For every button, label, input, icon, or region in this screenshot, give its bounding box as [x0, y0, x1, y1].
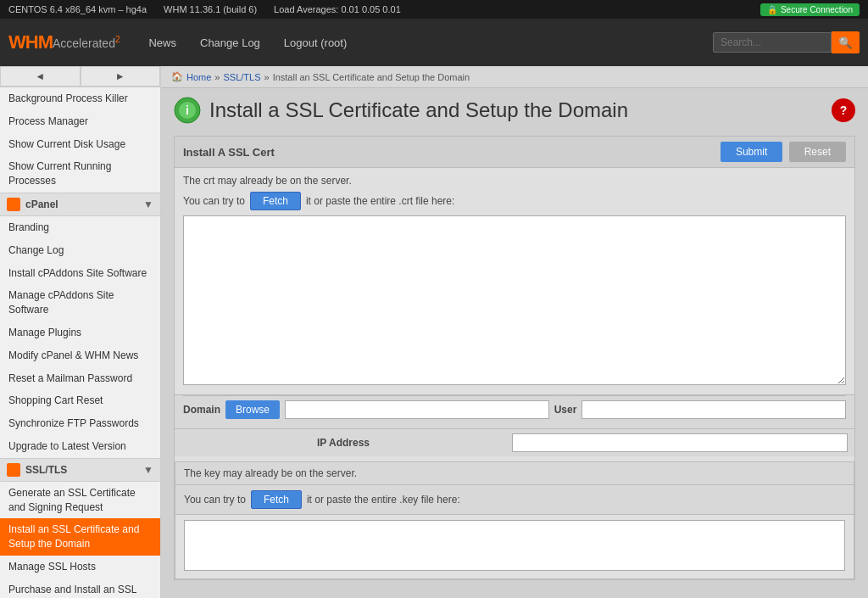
nav-logout[interactable]: Logout (root) [272, 31, 359, 54]
breadcrumb-home-link[interactable]: Home [186, 72, 211, 82]
cpanel-section-label: cPanel [25, 198, 58, 210]
ssl-icon [7, 463, 20, 477]
domain-label: Domain [183, 404, 220, 416]
svg-text:i: i [186, 103, 189, 117]
domain-row: Domain Browse User [183, 395, 846, 423]
breadcrumb-sep1: » [214, 72, 220, 82]
crt-fetch-row: You can try to Fetch it or paste the ent… [183, 192, 846, 210]
sidebar-back-btn[interactable]: ◄ [0, 66, 81, 87]
page-title-row: i Install a SSL Certificate and Setup th… [174, 97, 855, 124]
logo-sup: 2 [115, 35, 120, 44]
sidebar-item-manage-ssl[interactable]: Manage SSL Hosts [0, 556, 160, 578]
main-layout: ◄ ► Background Process Killer Process Ma… [0, 66, 868, 598]
sidebar-item-shopping-cart[interactable]: Shopping Cart Reset [0, 389, 160, 412]
nav-news[interactable]: News [136, 31, 188, 54]
ip-input[interactable] [512, 433, 848, 452]
form-body: The crt may already be on the server. Yo… [175, 168, 854, 394]
key-hint-row1: The key may already be on the server. [175, 462, 854, 485]
key-fetch-row: You can try to Fetch it or paste the ent… [175, 485, 854, 515]
user-input[interactable] [581, 400, 846, 419]
submit-button[interactable]: Submit [721, 142, 782, 162]
crt-hint-row: The crt may already be on the server. [183, 175, 846, 187]
domain-input[interactable] [285, 400, 549, 419]
nav-changelog[interactable]: Change Log [188, 31, 272, 54]
sidebar-item-purchase-ssl[interactable]: Purchase and Install an SSL Certificate [0, 578, 160, 598]
sidebar-item-generate-ssl[interactable]: Generate an SSL Certificate and Signing … [0, 482, 160, 519]
ssl-page-icon: i [174, 97, 201, 124]
search-area: 🔍 [713, 31, 860, 53]
ssl-chevron: ▼ [143, 464, 153, 476]
sidebar-item-branding[interactable]: Branding [0, 216, 160, 239]
logo-whm: WHM [8, 31, 53, 53]
crt-form-section: Install A SSL Cert Submit Reset The crt … [174, 136, 855, 580]
key-textarea[interactable] [184, 520, 845, 571]
sidebar-item-disk-usage[interactable]: Show Current Disk Usage [0, 133, 160, 156]
key-section: The key may already be on the server. Yo… [175, 461, 854, 579]
breadcrumb-home-icon: 🏠 [171, 71, 183, 82]
crt-fetch-button[interactable]: Fetch [250, 192, 301, 210]
breadcrumb-ssl-link[interactable]: SSL/TLS [223, 72, 260, 82]
cpanel-chevron: ▼ [143, 198, 153, 210]
sidebar-item-upgrade[interactable]: Upgrade to Latest Version [0, 435, 160, 458]
sidebar-item-manage-plugins[interactable]: Manage Plugins [0, 321, 160, 344]
form-header-title: Install A SSL Cert [183, 146, 275, 159]
cpanel-icon [7, 198, 20, 211]
search-button[interactable]: 🔍 [832, 31, 860, 53]
sidebar-item-sync-ftp[interactable]: Synchronize FTP Passwords [0, 412, 160, 435]
page-content: i Install a SSL Certificate and Setup th… [161, 88, 868, 594]
lock-icon: 🔒 [767, 5, 777, 14]
help-icon[interactable]: ? [832, 98, 855, 122]
sidebar-fwd-btn[interactable]: ► [81, 66, 161, 87]
load-info: Load Averages: 0.01 0.05 0.01 [274, 4, 401, 14]
key-hint2: You can try to [184, 494, 246, 506]
crt-hint2: You can try to [183, 195, 245, 207]
form-header: Install A SSL Cert Submit Reset [175, 137, 854, 168]
reset-button[interactable]: Reset [789, 142, 846, 162]
nav-bar: WHM Accelerated2 News Change Log Logout … [0, 19, 868, 66]
sidebar-item-manage-cpaddons[interactable]: Manage cPAddons Site Software [0, 284, 160, 321]
crt-textarea[interactable] [183, 215, 846, 385]
key-fetch-button[interactable]: Fetch [251, 490, 302, 509]
content-area: 🏠 Home » SSL/TLS » Install an SSL Certif… [161, 66, 868, 598]
browse-button[interactable]: Browse [225, 400, 280, 419]
sidebar-item-reset-mailman[interactable]: Reset a Mailman Password [0, 367, 160, 390]
svg-text:?: ? [840, 103, 848, 117]
search-input[interactable] [713, 32, 832, 53]
top-bar: CENTOS 6.4 x86_64 kvm – hg4a WHM 11.36.1… [0, 0, 868, 19]
page-title: Install a SSL Certificate and Setup the … [209, 98, 628, 122]
user-label: User [554, 404, 577, 416]
logo: WHM Accelerated2 [8, 31, 120, 53]
secure-badge: 🔒 Secure Connection [760, 3, 860, 16]
crt-hint1: The crt may already be on the server. [183, 175, 352, 187]
server-info: CENTOS 6.4 x86_64 kvm – hg4a [8, 4, 147, 14]
breadcrumb-current: Install an SSL Certificate and Setup the… [273, 72, 470, 82]
sidebar-item-running-processes[interactable]: Show Current Running Processes [0, 155, 160, 193]
sidebar-section-cpanel[interactable]: cPanel ▼ [0, 193, 160, 216]
sidebar: ◄ ► Background Process Killer Process Ma… [0, 66, 161, 598]
sidebar-item-modify-news[interactable]: Modify cPanel & WHM News [0, 344, 160, 367]
sidebar-item-process-manager[interactable]: Process Manager [0, 110, 160, 133]
key-hint3: it or paste the entire .key file here: [307, 494, 460, 506]
breadcrumb: 🏠 Home » SSL/TLS » Install an SSL Certif… [161, 66, 868, 88]
ip-row: IP Address [175, 428, 854, 456]
sidebar-item-change-log[interactable]: Change Log [0, 239, 160, 262]
breadcrumb-sep2: » [264, 72, 270, 82]
form-buttons: Submit Reset [721, 142, 846, 162]
crt-hint3: it or paste the entire .crt file here: [306, 195, 454, 207]
whm-version: WHM 11.36.1 (build 6) [164, 4, 257, 14]
sidebar-nav-arrows: ◄ ► [0, 66, 160, 87]
ip-label: IP Address [181, 437, 505, 449]
sidebar-section-ssl[interactable]: SSL/TLS ▼ [0, 458, 160, 482]
sidebar-item-install-ssl[interactable]: Install an SSL Certificate and Setup the… [0, 518, 160, 556]
key-hint1: The key may already be on the server. [184, 467, 357, 479]
sidebar-item-bg-process-killer[interactable]: Background Process Killer [0, 87, 160, 110]
logo-accel: Accelerated2 [53, 35, 120, 50]
sidebar-item-install-cpaddons[interactable]: Install cPAddons Site Software [0, 262, 160, 285]
ssl-section-label: SSL/TLS [25, 464, 67, 476]
